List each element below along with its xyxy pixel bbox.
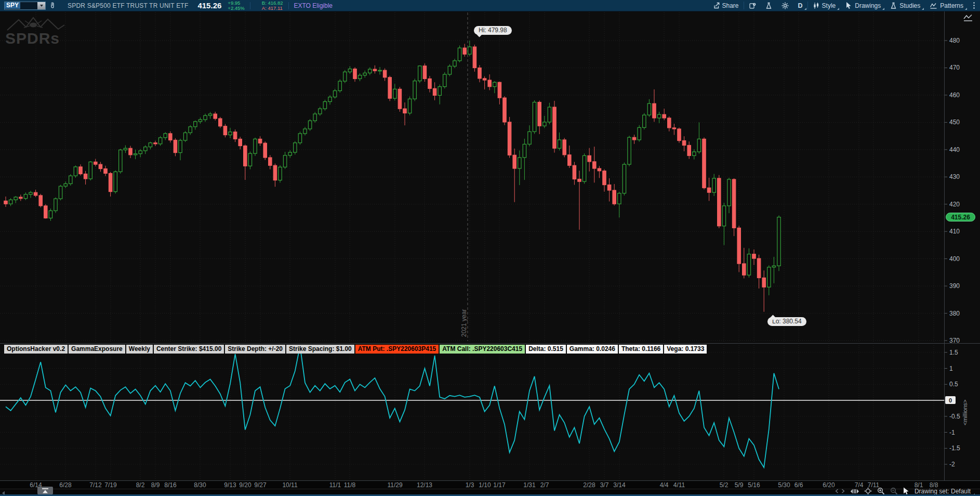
drawings-label: Drawings <box>855 2 881 9</box>
svg-text:11/8: 11/8 <box>344 481 356 489</box>
chart-pager <box>835 489 845 493</box>
svg-text:9/27: 9/27 <box>254 481 267 489</box>
share-icon <box>712 2 720 9</box>
svg-text:-1.5: -1.5 <box>949 445 960 452</box>
svg-text:440: 440 <box>949 146 960 153</box>
svg-text:8/2: 8/2 <box>136 481 145 489</box>
symbol-description: SPDR S&P500 ETF TRUST TR UNIT ETF <box>68 2 188 9</box>
svg-text:3/14: 3/14 <box>613 481 626 489</box>
share-button[interactable]: Share <box>708 0 744 11</box>
svg-text:5/16: 5/16 <box>748 481 760 489</box>
zero-axis-badge: 0 <box>945 396 956 404</box>
svg-text:2/28: 2/28 <box>583 481 595 489</box>
svg-text:8/16: 8/16 <box>164 481 177 489</box>
price-change: +9.95 +2.45% <box>228 1 245 11</box>
symbol-text[interactable]: SPY <box>5 2 20 9</box>
bid-value: B: 416.82 <box>262 1 283 6</box>
study-chip[interactable]: Theta: 0.1166 <box>619 345 663 354</box>
cursor-icon <box>845 2 852 9</box>
study-chip[interactable]: GammaExposure <box>69 345 125 354</box>
svg-text:-2: -2 <box>949 461 955 468</box>
zoom-out-icon[interactable] <box>890 487 898 495</box>
drawing-set-selector[interactable]: Drawing set: Default <box>915 488 975 495</box>
symbol-dropdown-button[interactable] <box>37 2 45 9</box>
zoom-in-icon[interactable] <box>877 487 885 495</box>
svg-text:460: 460 <box>949 92 960 99</box>
pane-pattern-icon[interactable] <box>963 14 973 24</box>
svg-text:370: 370 <box>949 337 960 344</box>
spdrs-watermark-text: SPDRs <box>5 32 67 45</box>
overflow-menu-button[interactable] <box>968 0 980 11</box>
svg-text:470: 470 <box>949 64 960 71</box>
pan-right-icon[interactable] <box>841 489 845 493</box>
alerts-button[interactable] <box>744 0 761 11</box>
timeframe-button[interactable]: D <box>793 0 807 11</box>
ask-value: A: 417.11 <box>262 6 283 11</box>
fit-width-icon[interactable] <box>850 488 859 494</box>
status-bar <box>0 489 980 494</box>
flask-icon <box>890 2 897 9</box>
svg-text:11/29: 11/29 <box>387 481 402 489</box>
date-axis[interactable]: 6/146/287/127/198/28/98/168/309/139/209/… <box>30 481 938 489</box>
study-chip[interactable]: ATM Call: .SPY220603C415 <box>440 345 525 354</box>
style-label: Style <box>822 2 836 9</box>
svg-text:7/12: 7/12 <box>89 481 102 489</box>
svg-text:1/10: 1/10 <box>479 481 491 489</box>
drawings-button[interactable]: Drawings <box>840 0 885 11</box>
style-button[interactable]: Style <box>808 0 841 11</box>
top-toolbar: SPY SPDR S&P500 ETF TRUST TR UNIT ETF 41… <box>0 0 980 11</box>
high-annotation-bubble: Hi: 479.98 <box>474 26 512 35</box>
study-chip[interactable]: Delta: 0.515 <box>526 345 566 354</box>
svg-text:420: 420 <box>949 201 960 208</box>
svg-text:430: 430 <box>949 173 960 180</box>
link-icon[interactable] <box>50 2 55 9</box>
patterns-icon <box>930 2 937 9</box>
symbol-input[interactable]: SPY <box>4 2 46 10</box>
study-chip[interactable]: Strike Spacing: $1.00 <box>286 345 354 354</box>
chart-canvas[interactable]: 4804704604504404304204104003903803701.51… <box>0 0 980 496</box>
svg-text:3/7: 3/7 <box>600 481 609 489</box>
study-chip[interactable]: Strike Depth: +/-20 <box>225 345 285 354</box>
chevron-down-icon <box>40 5 43 8</box>
studies-label: Studies <box>899 2 920 9</box>
svg-text:410: 410 <box>949 228 960 235</box>
svg-text:0.5: 0.5 <box>949 381 958 388</box>
pointer-icon[interactable] <box>903 487 909 495</box>
settings-button[interactable] <box>777 0 793 11</box>
pan-left-icon[interactable] <box>835 489 839 493</box>
change-percent: +2.45% <box>228 6 245 11</box>
study-chip[interactable]: Gamma: 0.0246 <box>567 345 618 354</box>
study-chip[interactable]: Weekly <box>126 345 153 354</box>
svg-text:480: 480 <box>949 37 960 44</box>
svg-text:4/11: 4/11 <box>673 481 685 489</box>
status-bar-controls: Drawing set: Default <box>835 487 975 495</box>
patterns-button[interactable]: Patterns <box>925 0 968 11</box>
svg-text:9/20: 9/20 <box>239 481 251 489</box>
quick-study-button[interactable] <box>761 0 777 11</box>
studies-button[interactable]: Studies <box>885 0 925 11</box>
study-chip[interactable]: OptionsHacker v0.2 <box>4 345 68 354</box>
exto-eligible-badge: EXTO Eligible <box>294 2 333 9</box>
study-chip[interactable]: ATM Put: .SPY220603P415 <box>355 345 439 354</box>
flask-icon <box>765 2 772 9</box>
gear-icon <box>782 2 789 9</box>
svg-text:2/7: 2/7 <box>540 481 549 489</box>
svg-text:1/17: 1/17 <box>493 481 506 489</box>
bid-ask: B: 416.82 A: 417.11 <box>262 1 283 11</box>
divider <box>288 2 289 9</box>
last-price-badge: 415.26 <box>946 213 975 221</box>
study-chip[interactable]: Vega: 0.1733 <box>664 345 707 354</box>
svg-text:6/28: 6/28 <box>59 481 72 489</box>
study-chip[interactable]: Center Strike: $415.00 <box>154 345 224 354</box>
crosshair-icon[interactable] <box>864 487 872 495</box>
collapse-panel-button[interactable] <box>37 487 53 494</box>
last-price: 415.26 <box>197 1 221 10</box>
patterns-label: Patterns <box>940 2 963 9</box>
svg-text:7/19: 7/19 <box>104 481 117 489</box>
svg-text:1/31: 1/31 <box>523 481 536 489</box>
svg-text:390: 390 <box>949 282 960 290</box>
study-axis-unit-label: <millions> <box>962 399 968 425</box>
spdrs-watermark: SPDRs <box>5 15 67 45</box>
svg-text:1.5: 1.5 <box>949 349 958 356</box>
svg-text:4/4: 4/4 <box>660 481 669 489</box>
